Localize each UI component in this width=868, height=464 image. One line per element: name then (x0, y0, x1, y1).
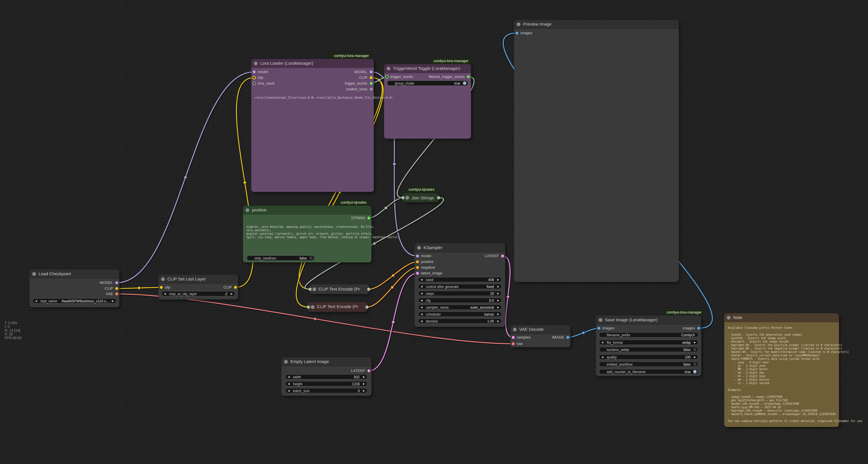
node-title-bar[interactable]: Load Checkpoint (30, 269, 119, 278)
widget-number[interactable]: ◀▶quality100 (599, 354, 699, 359)
widget-number[interactable]: ◀▶width832 (285, 374, 367, 379)
port-dot-dot[interactable] (307, 306, 310, 309)
comfyui-canvas[interactable]: { "canvas": { "stats": [ "T: 0.00s", "I:… (0, 0, 868, 464)
collapse-dot-icon[interactable] (598, 318, 602, 322)
decrement-arrow-icon[interactable]: ◀ (601, 341, 603, 344)
collapse-dot-icon[interactable] (284, 360, 288, 364)
widget-combo[interactable]: ◀▶control after generatefixed (418, 284, 502, 289)
port-vae-dot[interactable] (512, 342, 515, 345)
widget-combo[interactable]: ◀▶sampler_nameeuler_ancestral (418, 304, 502, 310)
node-positive[interactable]: positiveSTRINGhighres, very detailed, am… (243, 206, 371, 262)
decrement-arrow-icon[interactable]: ◀ (35, 299, 37, 302)
widget-number[interactable]: ◀▶height1216 (285, 381, 367, 386)
port-IMAGE-dot[interactable] (566, 336, 569, 339)
decrement-arrow-icon[interactable]: ◀ (288, 382, 290, 385)
node-title-bar[interactable]: Save Image (LoraManager) (596, 316, 701, 324)
collapse-dot-icon[interactable] (311, 305, 314, 309)
collapse-dot-icon[interactable] (32, 272, 36, 276)
port-lora_stack-dot[interactable] (252, 82, 256, 85)
toggle-knob[interactable] (463, 81, 466, 85)
increment-arrow-icon[interactable]: ▶ (497, 320, 499, 322)
port-MODEL-dot[interactable] (115, 281, 118, 284)
node-title-bar[interactable]: Empty Latent Image (281, 357, 371, 366)
node-triggerword-toggle[interactable]: TriggerWord Toggle (LoraManager)trigger_… (384, 64, 471, 139)
prompt-text-line[interactable]: highres, very detailed, amazing quality,… (246, 225, 374, 229)
port-CLIP-dot[interactable] (370, 76, 373, 79)
port-samples-dot[interactable] (512, 336, 515, 339)
prompt-text-line[interactable]: digital painting \(artwork\), glitch art… (246, 232, 373, 236)
node-lora-loader[interactable]: Lora Loader (LoraManager)modelcliplora_s… (251, 59, 374, 192)
widget-number[interactable]: ◀▶seed409 (418, 277, 502, 282)
increment-arrow-icon[interactable]: ▶ (497, 306, 499, 309)
lora-syntax-text[interactable]: <lora:CreateConcept_Illustrious:0.8> <lo… (255, 96, 393, 99)
widget-number[interactable]: ◀▶steps20 (418, 291, 502, 296)
widget-number[interactable]: ◀▶stop_at_clip_layer-2 (161, 291, 235, 296)
port-positive-dot[interactable] (416, 260, 419, 263)
port-clip-dot[interactable] (160, 286, 163, 289)
widget-combo[interactable]: ◀▶ckpt_nameil\waiNSFWIllustrious_v110.s.… (32, 298, 117, 303)
node-preview-image[interactable]: Preview Imageimages (514, 20, 679, 282)
decrement-arrow-icon[interactable]: ◀ (288, 389, 290, 392)
widget-toggle_on[interactable]: add_counter_to_filenametrue (599, 369, 699, 374)
decrement-arrow-icon[interactable]: ◀ (601, 355, 603, 358)
widget-toggle_off[interactable]: embed_workflowfalse (599, 361, 699, 367)
node-note[interactable]: NoteAvailable filename_prefix Pattern Co… (724, 313, 839, 427)
node-title-bar[interactable]: CLIP Set Last Layer (158, 275, 238, 283)
collapse-dot-icon[interactable] (161, 277, 165, 281)
decrement-arrow-icon[interactable]: ◀ (421, 285, 423, 288)
toggle-knob[interactable] (693, 370, 696, 373)
decrement-arrow-icon[interactable]: ◀ (164, 292, 166, 295)
port-MODEL-dot[interactable] (370, 70, 373, 74)
port-dot-dot[interactable] (367, 288, 370, 291)
increment-arrow-icon[interactable]: ▶ (497, 278, 499, 281)
decrement-arrow-icon[interactable]: ◀ (421, 313, 423, 316)
port-dot-dot[interactable] (309, 288, 312, 291)
increment-arrow-icon[interactable]: ▶ (363, 389, 365, 392)
port-dot-dot[interactable] (437, 196, 440, 199)
node-join-strings-collapsed[interactable]: Join Strings (403, 193, 439, 202)
decrement-arrow-icon[interactable]: ◀ (421, 278, 423, 281)
widget-toggle_off[interactable]: strip_newlinesfalse (247, 256, 314, 261)
port-images-dot[interactable] (597, 327, 600, 330)
port-VAE-dot[interactable] (115, 293, 118, 295)
node-title-bar[interactable]: Preview Image (514, 20, 679, 28)
increment-arrow-icon[interactable]: ▶ (497, 313, 499, 316)
port-LATENT-dot[interactable] (367, 369, 370, 372)
toggle-knob[interactable] (309, 256, 313, 260)
node-clip-text-encode-neg-collapsed[interactable]: CLIP Text Encode (Pr (308, 302, 367, 312)
decrement-arrow-icon[interactable]: ◀ (421, 292, 423, 295)
port-images-dot[interactable] (697, 327, 700, 330)
widget-number[interactable]: ◀▶cfg8.0 (418, 298, 502, 303)
decrement-arrow-icon[interactable]: ◀ (421, 299, 423, 302)
widget-combo[interactable]: ◀▶file_formatwebp (599, 340, 699, 345)
increment-arrow-icon[interactable]: ▶ (497, 292, 499, 295)
node-clip-text-encode-pos-collapsed[interactable]: CLIP Text Encode (Pr (310, 285, 369, 294)
node-save-image[interactable]: Save Image (LoraManager)imagesimagesfile… (596, 316, 701, 376)
port-LATENT-dot[interactable] (501, 255, 504, 257)
widget-toggle_off[interactable]: lossless_webpfalse (599, 347, 699, 352)
prompt-text-line[interactable]: very aesthetic, (246, 229, 271, 232)
node-empty-latent[interactable]: Empty Latent ImageLATENT◀▶width832◀▶heig… (281, 357, 371, 396)
widget-combo[interactable]: ◀▶schedulerkarras (418, 312, 502, 317)
widget-toggle_on[interactable]: group_modetrue (387, 81, 468, 86)
port-model-dot[interactable] (416, 255, 419, 257)
port-CLIP-dot[interactable] (234, 286, 237, 289)
node-title-bar[interactable]: Note (724, 313, 839, 322)
collapse-dot-icon[interactable] (417, 246, 421, 250)
port-images-dot[interactable] (516, 32, 518, 34)
collapse-dot-icon[interactable] (312, 287, 316, 291)
increment-arrow-icon[interactable]: ▶ (694, 355, 696, 358)
toggle-knob[interactable] (693, 362, 696, 366)
increment-arrow-icon[interactable]: ▶ (363, 375, 365, 378)
collapse-dot-icon[interactable] (517, 23, 520, 26)
increment-arrow-icon[interactable]: ▶ (497, 285, 499, 288)
collapse-dot-icon[interactable] (405, 196, 409, 200)
increment-arrow-icon[interactable]: ▶ (230, 292, 232, 295)
port-CLIP-dot[interactable] (115, 287, 118, 290)
port-STRING-dot[interactable] (367, 216, 370, 220)
decrement-arrow-icon[interactable]: ◀ (421, 320, 423, 322)
node-title-bar[interactable]: positive (243, 206, 371, 214)
decrement-arrow-icon[interactable]: ◀ (288, 375, 290, 378)
port-model-dot[interactable] (253, 70, 256, 74)
node-vae-decode[interactable]: VAE DecodesamplesvaeIMAGE (510, 325, 570, 347)
